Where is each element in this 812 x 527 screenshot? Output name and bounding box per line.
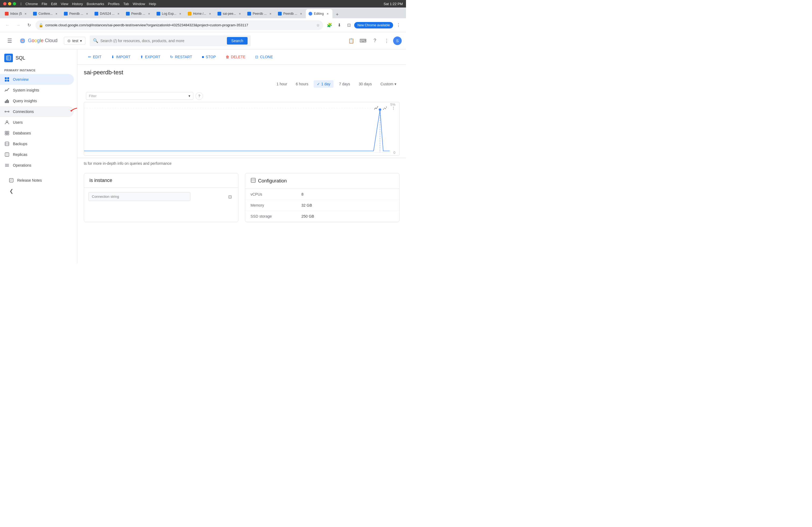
arrow-annotation [69,106,77,118]
search-input[interactable] [100,39,225,43]
tab-close-peerdb4[interactable]: ✕ [299,12,303,16]
user-avatar[interactable]: S [393,36,402,45]
address-bar[interactable]: 🔒 console.cloud.google.com/sql/instances… [35,20,323,30]
restart-button[interactable]: ↻ RESTART [166,52,196,61]
chart-scatter-icon[interactable] [381,104,389,112]
tab-close-peerdb2[interactable]: ✕ [147,12,151,16]
more-options-icon[interactable]: ⋮ [381,35,392,46]
reload-button[interactable]: ↻ [25,21,33,30]
lock-icon: 🔒 [39,23,43,27]
tab-logexp[interactable]: Log Exp... ✕ [154,9,185,18]
edit-button[interactable]: ✏ EDIT [84,52,106,61]
mac-menu-chrome[interactable]: Chrome [26,2,38,6]
help-circle-icon[interactable]: ? [195,92,203,100]
mac-menu-history[interactable]: History [72,2,83,6]
svg-rect-7 [5,80,7,81]
instance-connection-string[interactable] [88,192,190,201]
backups-icon [4,141,10,147]
hamburger-menu-button[interactable]: ☰ [4,35,15,46]
svg-rect-9 [5,101,6,103]
sidebar-label-overview: Overview [13,77,28,81]
tab-label-dais24: DAIS24 ... [100,12,115,16]
help-icon[interactable]: ? [369,35,380,46]
tab-saipee[interactable]: sai-pee... ✕ [215,9,245,18]
minimize-dot[interactable] [8,2,11,5]
maximize-dot[interactable] [13,2,16,5]
export-button[interactable]: ⬆ EXPORT [136,52,164,61]
extensions-icon[interactable]: 🧩 [325,21,334,30]
delete-label: DELETE [231,55,245,59]
tab-close-dais24[interactable]: ✕ [116,12,120,16]
sidebar-release-notes[interactable]: Release Notes [4,175,73,186]
chrome-tabs-bar: Inbox (5 ✕ Confere... ✕ Peerdb ... ✕ DAI… [0,7,406,18]
new-tab-button[interactable]: + [334,11,341,18]
clone-button[interactable]: ⊡ CLONE [251,52,277,61]
tab-confere[interactable]: Confere... ✕ [30,9,61,18]
sidebar-item-backups[interactable]: Backups [0,138,74,149]
mac-menu-view[interactable]: View [61,2,68,6]
sidebar-item-connections[interactable]: Connections [0,106,74,117]
tab-peerdb2[interactable]: Peerdb ... ✕ [123,9,154,18]
sidebar-item-operations[interactable]: Operations [0,160,74,171]
tab-close-confere[interactable]: ✕ [54,12,59,16]
import-button[interactable]: ⬇ IMPORT [107,52,135,61]
time-filter-30days[interactable]: 30 days [356,80,375,88]
chart-more-icon[interactable]: ⋮ [390,104,397,112]
chrome-menu-icon[interactable]: ⋮ [394,21,403,30]
new-chrome-badge[interactable]: New Chrome available [354,22,393,28]
stop-button[interactable]: ■ STOP [197,52,220,61]
sidebar-item-users[interactable]: Users [0,117,74,128]
mac-menu-edit[interactable]: Edit [51,2,57,6]
header-action-icons: 📋 ⌨ ? ⋮ S [346,35,402,46]
delete-button[interactable]: 🗑 DELETE [221,52,250,61]
tab-close-peerdb1[interactable]: ✕ [85,12,89,16]
time-filter-1day[interactable]: ✓ 1 day [314,80,334,88]
tab-peerdb4[interactable]: Peerdb ... ✕ [275,9,306,18]
close-dot[interactable] [3,2,6,5]
mac-menu-tab[interactable]: Tab [123,2,129,6]
sidebar-item-databases[interactable]: Databases [0,128,74,138]
tab-close-peerdb3[interactable]: ✕ [268,12,273,16]
tab-dais24[interactable]: DAIS24 ... ✕ [92,9,123,18]
bookmark-icon[interactable]: ☆ [316,23,320,27]
mac-menu-file[interactable]: File [42,2,47,6]
copy-icon[interactable]: ⊡ [228,194,232,199]
forward-button[interactable]: → [14,21,23,30]
chart-line-icon[interactable] [373,104,380,112]
tab-peerdb3[interactable]: Peerdb ... ✕ [245,9,275,18]
mac-menu-window[interactable]: Window [133,2,145,6]
mac-menu-help[interactable]: Help [149,2,156,6]
notifications-icon[interactable]: 📋 [346,35,357,46]
gcloud-header: ☰ Google Cloud ⊙ test ▾ 🔍 Search 📋 ⌨ ? ⋮… [0,32,406,49]
sidebar-item-replicas[interactable]: Replicas [0,149,74,160]
project-selector[interactable]: ⊙ test ▾ [64,37,85,45]
back-button[interactable]: ← [3,21,12,30]
time-filter-7days[interactable]: 7 days [336,80,353,88]
tab-close-gmail[interactable]: ✕ [23,12,28,16]
ssd-value: 250 GB [296,211,399,222]
tab-editing[interactable]: Editing ✕ [306,9,332,18]
tab-close-home[interactable]: ✕ [208,12,212,16]
sidebar-item-overview[interactable]: Overview [0,74,74,85]
tab-close-editing[interactable]: ✕ [325,12,330,16]
tab-peerdb1[interactable]: Peerdb ... ✕ [61,9,92,18]
tab-close-saipee[interactable]: ✕ [238,12,242,16]
cloud-shell-icon[interactable]: ⌨ [358,35,368,46]
split-view-icon[interactable]: ⊡ [345,21,353,30]
tab-close-logexp[interactable]: ✕ [178,12,182,16]
sidebar-item-system-insights[interactable]: System insights [0,85,74,95]
download-icon[interactable]: ⬇ [335,21,344,30]
mac-menu-profiles[interactable]: Profiles [108,2,119,6]
time-filter-1hour[interactable]: 1 hour [273,80,291,88]
sidebar-item-query-insights[interactable]: Query insights [0,95,74,106]
tab-home[interactable]: Home /... ✕ [185,9,215,18]
global-search-bar[interactable]: 🔍 Search [90,35,251,46]
sidebar-collapse[interactable]: ❮ [4,186,73,196]
time-filter-6hours[interactable]: 6 hours [293,80,312,88]
time-filter-custom[interactable]: Custom ▾ [377,80,400,88]
tab-gmail[interactable]: Inbox (5 ✕ [2,9,30,18]
mac-menu-bookmarks[interactable]: Bookmarks [87,2,104,6]
filter-dropdown[interactable]: Filter ▾ [86,92,193,100]
search-button[interactable]: Search [227,37,247,45]
mac-menu-apple[interactable]:  [20,2,22,6]
